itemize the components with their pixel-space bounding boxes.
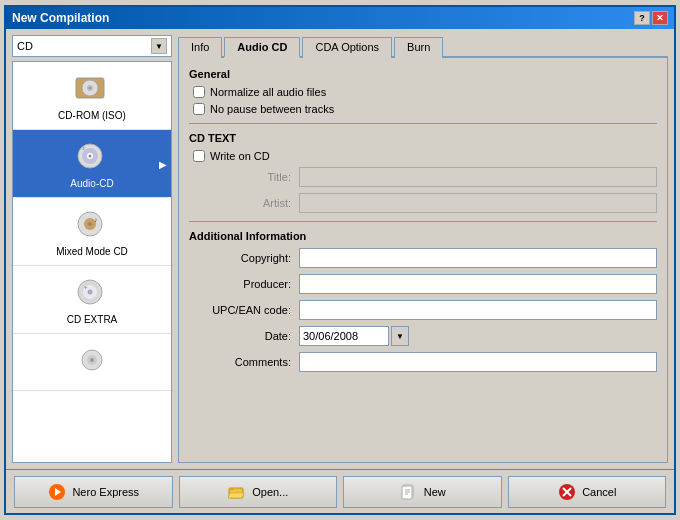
new-document-icon [399,482,419,502]
upc-input[interactable] [299,300,657,320]
audio-cd-icon: ♪ [72,138,112,174]
svg-point-7 [89,155,92,158]
comments-row: Comments: [189,352,657,372]
copyright-label: Copyright: [189,252,299,264]
no-pause-label: No pause between tracks [210,103,334,115]
producer-input[interactable] [299,274,657,294]
minicd-icon [72,342,112,378]
date-input[interactable] [299,326,389,346]
comments-label: Comments: [189,356,299,368]
date-label: Date: [189,330,299,342]
comments-input[interactable] [299,352,657,372]
new-button[interactable]: New [343,476,502,508]
svg-text:♪: ♪ [82,145,85,151]
window-body: CD ▼ CD-ROM (ISO) [6,29,674,469]
normalize-label: Normalize all audio files [210,86,326,98]
open-label: Open... [252,486,288,498]
sidebar-item-mixed-mode-label: Mixed Mode CD [56,246,128,257]
dropdown-arrow-icon[interactable]: ▼ [151,38,167,54]
title-bar-buttons: ? ✕ [634,11,668,25]
copyright-input[interactable] [299,248,657,268]
divider2 [189,221,657,222]
nero-express-icon [47,482,67,502]
cd-text-section-title: CD TEXT [189,132,657,144]
artist-row: Artist: [189,193,657,213]
left-panel: CD ▼ CD-ROM (ISO) [12,35,172,463]
title-row: Title: [189,167,657,187]
additional-section-title: Additional Information [189,230,657,242]
upc-row: UPC/EAN code: [189,300,657,320]
normalize-row: Normalize all audio files [189,86,657,98]
svg-point-15 [88,290,93,295]
dropdown-value: CD [17,40,151,52]
no-pause-checkbox[interactable] [193,103,205,115]
general-section-title: General [189,68,657,80]
svg-text:♪: ♪ [94,216,98,223]
svg-text:+: + [84,284,88,290]
new-label: New [424,486,446,498]
sidebar-item-audio-cd[interactable]: ♪ Audio-CD ▶ [13,130,171,198]
artist-field-label: Artist: [189,197,299,209]
cancel-button[interactable]: Cancel [508,476,667,508]
open-folder-icon [227,482,247,502]
selected-arrow-icon: ▶ [159,158,167,169]
cd-extra-icon: + [72,274,112,310]
normalize-checkbox[interactable] [193,86,205,98]
svg-point-11 [88,222,92,226]
date-dropdown-btn[interactable]: ▼ [391,326,409,346]
title-bar: New Compilation ? ✕ [6,7,674,29]
tab-content: General Normalize all audio files No pau… [178,58,668,463]
sidebar-item-cd-rom-iso[interactable]: CD-ROM (ISO) [13,62,171,130]
divider1 [189,123,657,124]
date-row: Date: ▼ [189,326,657,346]
title-field-label: Title: [189,171,299,183]
sidebar-item-mixed-mode[interactable]: ♪ Mixed Mode CD [13,198,171,266]
title-input[interactable] [299,167,657,187]
disc-type-dropdown[interactable]: CD ▼ [12,35,172,57]
main-window: New Compilation ? ✕ CD ▼ [4,5,676,515]
nero-express-label: Nero Express [72,486,139,498]
mixed-mode-icon: ♪ [72,206,112,242]
help-button[interactable]: ? [634,11,650,25]
close-button[interactable]: ✕ [652,11,668,25]
tabs: Info Audio CD CDA Options Burn [178,35,668,58]
right-panel: Info Audio CD CDA Options Burn General [178,35,668,463]
cancel-icon [557,482,577,502]
tab-burn[interactable]: Burn [394,37,443,58]
sidebar-list: CD-ROM (ISO) ♪ Audio-CD ▶ [12,61,172,463]
no-pause-row: No pause between tracks [189,103,657,115]
bottom-bar: Nero Express Open... [6,469,674,513]
open-button[interactable]: Open... [179,476,338,508]
write-on-cd-checkbox[interactable] [193,150,205,162]
tab-cda-options[interactable]: CDA Options [302,37,392,58]
svg-point-19 [90,358,94,362]
copyright-row: Copyright: [189,248,657,268]
write-on-cd-row: Write on CD [189,150,657,162]
producer-label: Producer: [189,278,299,290]
sidebar-item-minicd[interactable] [13,334,171,391]
tab-audio-cd[interactable]: Audio CD [224,37,300,58]
tab-info[interactable]: Info [178,37,222,58]
cancel-label: Cancel [582,486,616,498]
sidebar-item-cd-rom-iso-label: CD-ROM (ISO) [58,110,126,121]
cd-rom-iso-icon [72,70,112,106]
write-on-cd-label: Write on CD [210,150,270,162]
producer-row: Producer: [189,274,657,294]
sidebar-item-cd-extra[interactable]: + CD EXTRA [13,266,171,334]
sidebar-item-cd-extra-label: CD EXTRA [67,314,118,325]
sidebar-item-audio-cd-label: Audio-CD [70,178,113,189]
upc-label: UPC/EAN code: [189,304,299,316]
nero-express-button[interactable]: Nero Express [14,476,173,508]
artist-input[interactable] [299,193,657,213]
date-field: ▼ [299,326,657,346]
window-title: New Compilation [12,11,109,25]
svg-point-3 [89,87,91,89]
